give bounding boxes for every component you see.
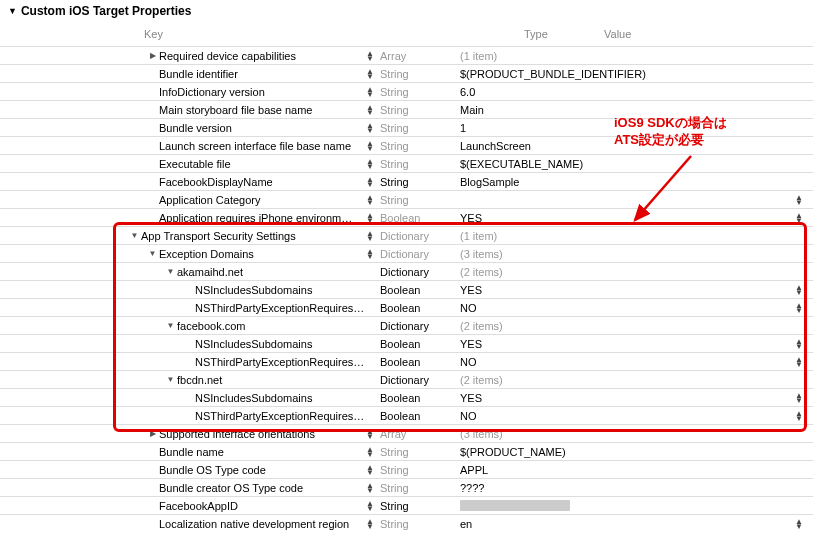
key-stepper-icon[interactable]: ▲▼: [364, 429, 376, 439]
key-stepper-icon[interactable]: ▲▼: [364, 51, 376, 61]
value-cell[interactable]: (2 items): [460, 320, 793, 332]
plist-row[interactable]: ▶Supported interface orientations▲▼Array…: [0, 424, 813, 442]
value-cell[interactable]: $(PRODUCT_NAME): [460, 446, 793, 458]
type-text[interactable]: String: [380, 464, 460, 476]
key-stepper-icon[interactable]: ▲▼: [364, 195, 376, 205]
value-cell[interactable]: (2 items): [460, 266, 793, 278]
value-cell[interactable]: NO: [460, 410, 793, 422]
key-stepper-icon[interactable]: ▲▼: [364, 105, 376, 115]
plist-row[interactable]: Bundle creator OS Type code▲▼String????: [0, 478, 813, 496]
type-text[interactable]: Array: [380, 50, 460, 62]
key-text[interactable]: App Transport Security Settings: [141, 230, 364, 242]
type-text[interactable]: Boolean: [380, 410, 460, 422]
plist-row[interactable]: ▼akamaihd.netDictionary(2 items): [0, 262, 813, 280]
type-text[interactable]: Dictionary: [380, 248, 460, 260]
type-text[interactable]: Boolean: [380, 302, 460, 314]
value-stepper-icon[interactable]: ▲▼: [793, 339, 805, 349]
type-text[interactable]: Dictionary: [380, 230, 460, 242]
key-text[interactable]: Bundle version: [159, 122, 364, 134]
key-text[interactable]: Localization native development region: [159, 518, 364, 530]
key-text[interactable]: FacebookAppID: [159, 500, 364, 512]
plist-row[interactable]: Application requires iPhone environm…▲▼B…: [0, 208, 813, 226]
value-cell[interactable]: BlogSample: [460, 176, 793, 188]
key-stepper-icon[interactable]: ▲▼: [364, 501, 376, 511]
value-cell[interactable]: en: [460, 518, 793, 530]
plist-row[interactable]: NSThirdPartyExceptionRequires…BooleanNO▲…: [0, 298, 813, 316]
key-stepper-icon[interactable]: ▲▼: [364, 177, 376, 187]
key-stepper-icon[interactable]: ▲▼: [364, 213, 376, 223]
key-stepper-icon[interactable]: ▲▼: [364, 69, 376, 79]
key-text[interactable]: Exception Domains: [159, 248, 364, 260]
disclosure-down-icon[interactable]: ▼: [166, 321, 175, 330]
plist-row[interactable]: Bundle name▲▼String$(PRODUCT_NAME): [0, 442, 813, 460]
key-text[interactable]: Main storyboard file base name: [159, 104, 364, 116]
plist-row[interactable]: NSThirdPartyExceptionRequires…BooleanNO▲…: [0, 406, 813, 424]
disclosure-right-icon[interactable]: ▶: [148, 51, 157, 60]
value-cell[interactable]: YES: [460, 212, 793, 224]
value-stepper-icon[interactable]: ▲▼: [793, 195, 805, 205]
value-cell[interactable]: Main: [460, 104, 793, 116]
key-text[interactable]: Bundle creator OS Type code: [159, 482, 364, 494]
value-cell[interactable]: YES: [460, 338, 793, 350]
value-cell[interactable]: APPL: [460, 464, 793, 476]
value-cell[interactable]: (1 item): [460, 50, 793, 62]
plist-row[interactable]: Application Category▲▼String▲▼: [0, 190, 813, 208]
plist-row[interactable]: Bundle version▲▼String1: [0, 118, 813, 136]
type-text[interactable]: String: [380, 158, 460, 170]
value-stepper-icon[interactable]: ▲▼: [793, 357, 805, 367]
value-cell[interactable]: 1: [460, 122, 793, 134]
key-text[interactable]: Required device capabilities: [159, 50, 364, 62]
plist-row[interactable]: NSThirdPartyExceptionRequires…BooleanNO▲…: [0, 352, 813, 370]
key-text[interactable]: fbcdn.net: [177, 374, 376, 386]
plist-row[interactable]: NSIncludesSubdomainsBooleanYES▲▼: [0, 280, 813, 298]
value-cell[interactable]: YES: [460, 284, 793, 296]
value-stepper-icon[interactable]: ▲▼: [793, 393, 805, 403]
value-cell[interactable]: NO: [460, 356, 793, 368]
value-cell[interactable]: $(PRODUCT_BUNDLE_IDENTIFIER): [460, 68, 793, 80]
key-stepper-icon[interactable]: ▲▼: [364, 87, 376, 97]
key-text[interactable]: NSIncludesSubdomains: [195, 392, 376, 404]
key-text[interactable]: NSThirdPartyExceptionRequires…: [195, 356, 376, 368]
plist-row[interactable]: FacebookAppID▲▼String: [0, 496, 813, 514]
type-text[interactable]: String: [380, 194, 460, 206]
key-stepper-icon[interactable]: ▲▼: [364, 465, 376, 475]
key-text[interactable]: NSIncludesSubdomains: [195, 284, 376, 296]
value-cell[interactable]: $(EXECUTABLE_NAME): [460, 158, 793, 170]
key-text[interactable]: Executable file: [159, 158, 364, 170]
key-text[interactable]: Launch screen interface file base name: [159, 140, 364, 152]
value-stepper-icon[interactable]: ▲▼: [793, 411, 805, 421]
value-cell[interactable]: (2 items): [460, 374, 793, 386]
disclosure-right-icon[interactable]: ▶: [148, 429, 157, 438]
type-text[interactable]: Boolean: [380, 284, 460, 296]
value-cell[interactable]: (3 items): [460, 248, 793, 260]
plist-row[interactable]: Main storyboard file base name▲▼StringMa…: [0, 100, 813, 118]
value-stepper-icon[interactable]: ▲▼: [793, 519, 805, 529]
key-stepper-icon[interactable]: ▲▼: [364, 519, 376, 529]
key-text[interactable]: Application Category: [159, 194, 364, 206]
plist-row[interactable]: ▼Exception Domains▲▼Dictionary(3 items): [0, 244, 813, 262]
disclosure-down-icon[interactable]: ▼: [148, 249, 157, 258]
type-text[interactable]: Dictionary: [380, 266, 460, 278]
value-cell[interactable]: NO: [460, 302, 793, 314]
plist-row[interactable]: Launch screen interface file base name▲▼…: [0, 136, 813, 154]
type-text[interactable]: Boolean: [380, 338, 460, 350]
key-text[interactable]: Bundle OS Type code: [159, 464, 364, 476]
value-stepper-icon[interactable]: ▲▼: [793, 303, 805, 313]
plist-row[interactable]: InfoDictionary version▲▼String6.0: [0, 82, 813, 100]
plist-row[interactable]: NSIncludesSubdomainsBooleanYES▲▼: [0, 334, 813, 352]
type-text[interactable]: String: [380, 86, 460, 98]
value-cell[interactable]: 6.0: [460, 86, 793, 98]
key-text[interactable]: Bundle identifier: [159, 68, 364, 80]
type-text[interactable]: Boolean: [380, 392, 460, 404]
key-text[interactable]: NSThirdPartyExceptionRequires…: [195, 410, 376, 422]
disclosure-triangle-icon[interactable]: ▼: [8, 6, 17, 16]
type-text[interactable]: Array: [380, 428, 460, 440]
col-type[interactable]: Type: [520, 26, 600, 42]
key-stepper-icon[interactable]: ▲▼: [364, 483, 376, 493]
key-stepper-icon[interactable]: ▲▼: [364, 141, 376, 151]
type-text[interactable]: String: [380, 176, 460, 188]
key-text[interactable]: Bundle name: [159, 446, 364, 458]
plist-row[interactable]: ▼App Transport Security Settings▲▼Dictio…: [0, 226, 813, 244]
value-cell[interactable]: (3 items): [460, 428, 793, 440]
type-text[interactable]: String: [380, 140, 460, 152]
